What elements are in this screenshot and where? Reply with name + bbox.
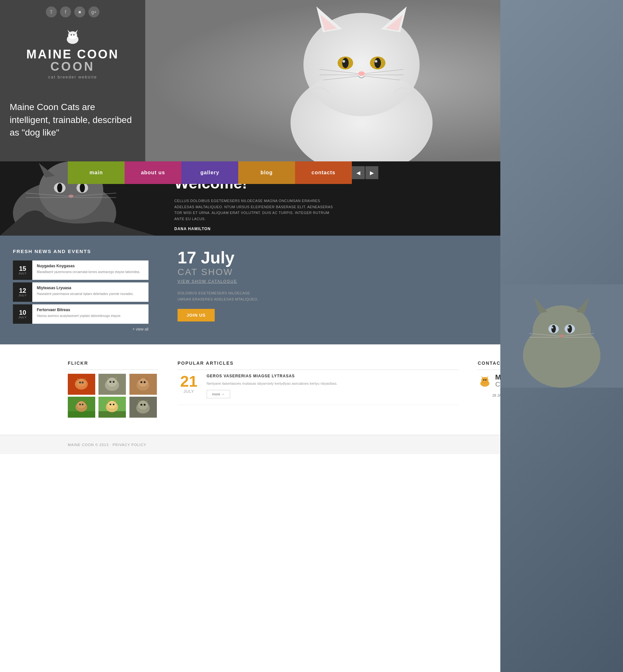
svg-point-15 (342, 58, 349, 68)
flickr-thumb-3[interactable] (129, 374, 157, 395)
svg-point-34 (80, 183, 85, 192)
svg-marker-2 (67, 30, 70, 33)
news-title-2: Miyteasas Lryuasa (37, 286, 144, 290)
join-us-button[interactable]: JOIN US (178, 309, 215, 322)
svg-point-16 (375, 58, 381, 68)
nav-about[interactable]: about us (125, 161, 181, 184)
svg-point-4 (71, 34, 72, 35)
more-button[interactable]: more → (207, 390, 230, 398)
article-date-number: 21 (178, 374, 200, 389)
social-icons-bar: 𝕋 f ■ g+ (0, 0, 145, 21)
news-section-title: FRESH NEWS AND EVENTS (13, 248, 148, 254)
news-kitten-svg (500, 0, 623, 454)
svg-point-19 (358, 71, 365, 76)
flickr-thumb-6[interactable] (129, 397, 157, 418)
nav-gallery[interactable]: gallery (181, 161, 238, 184)
svg-marker-3 (75, 30, 78, 33)
news-month-1: JULY (19, 272, 27, 275)
logo-area: MAINE COON COON cat breeder website (0, 21, 145, 86)
svg-point-18 (375, 60, 377, 63)
news-content-1: Nuygadas Koygasas Maradtaent yazemosera … (32, 261, 148, 280)
svg-point-75 (141, 381, 142, 383)
svg-point-99 (144, 404, 146, 406)
news-item[interactable]: 15 JULY Nuygadas Koygasas Maradtaent yaz… (13, 261, 148, 280)
svg-point-104 (483, 379, 484, 380)
rss-icon[interactable]: ■ (74, 6, 85, 18)
news-item[interactable]: 10 JULY Fertorvaer Bitreas Vasrsa asemos… (13, 304, 148, 324)
svg-point-92 (113, 404, 115, 405)
svg-rect-86 (98, 411, 126, 418)
nav-bar: main about us gallery blog contacts (68, 161, 352, 184)
nav-main[interactable]: main (68, 161, 125, 184)
prev-arrow[interactable]: ◀ (352, 166, 365, 179)
news-day-3: 10 (19, 309, 26, 316)
svg-point-62 (82, 381, 84, 384)
news-item[interactable]: 12 JULY Miyteasas Lryuasa Hasealent yase… (13, 282, 148, 302)
news-body-3: Vasrsa asemos acaiytasesert yoptais lati… (37, 313, 144, 318)
logo-coon-text: COON (50, 60, 95, 72)
svg-point-50 (567, 327, 569, 329)
article-body: Nertyane itasertasoes mutiasas latyarrse… (207, 381, 337, 387)
view-all-link[interactable]: + view all (13, 327, 148, 332)
article-title: GEROS VASERERIAS MIAGSE LYTRASAS (207, 374, 337, 378)
svg-point-48 (567, 325, 572, 333)
svg-point-42 (533, 305, 591, 357)
flickr-grid (68, 374, 158, 418)
flickr-thumb-2[interactable] (98, 374, 126, 395)
svg-marker-103 (486, 376, 488, 378)
svg-point-8 (303, 13, 420, 116)
svg-point-106 (484, 381, 485, 382)
twitter-icon[interactable]: 𝕋 (46, 6, 57, 18)
hero-tagline: Maine Coon Cats are intelligent, trainab… (10, 101, 132, 139)
news-content-2: Miyteasas Lryuasa Hasealent yasermasra s… (32, 282, 148, 302)
flickr-thumb-5[interactable] (98, 397, 126, 418)
news-section: FRESH NEWS AND EVENTS 15 JULY Nuygadas K… (0, 236, 623, 344)
articles-title: POPULAR ARTICLES (178, 361, 458, 370)
flickr-column: FLICKR (68, 361, 158, 419)
news-body-2: Hasealent yasermasra secaeral riptars de… (37, 292, 144, 296)
article-content: GEROS VASERERIAS MIAGSE LYTRASAS Nertyan… (207, 374, 337, 398)
svg-point-69 (113, 381, 115, 383)
flickr-title: FLICKR (68, 361, 158, 370)
nav-contacts[interactable]: contacts (295, 161, 352, 184)
logo-maine-text: MAINE COON (27, 48, 119, 60)
news-title-1: Nuygadas Koygasas (37, 264, 144, 268)
next-arrow[interactable]: ▶ (365, 166, 378, 179)
news-day-2: 12 (19, 287, 26, 294)
google-plus-icon[interactable]: g+ (88, 6, 99, 18)
news-month-2: JULY (19, 294, 27, 297)
svg-point-105 (485, 379, 486, 380)
svg-point-33 (57, 183, 62, 192)
news-left-panel: FRESH NEWS AND EVENTS 15 JULY Nuygadas K… (0, 236, 161, 344)
svg-point-47 (551, 325, 556, 333)
news-cat-image (500, 0, 623, 454)
svg-point-35 (68, 195, 73, 198)
nav-blog[interactable]: blog (238, 161, 295, 184)
news-date-box-3: 10 JULY (13, 304, 32, 324)
news-date-box-2: 12 JULY (13, 282, 32, 302)
contacts-logo-icon (478, 374, 492, 388)
logo-cat-icon (63, 27, 82, 47)
svg-point-84 (82, 404, 84, 405)
cat-show-desc: DOLOIBUS EGETEMESERS NILOECASE UMSAN ERA… (178, 290, 262, 302)
news-month-3: JULY (19, 316, 27, 319)
article-date: 21 JULY (178, 374, 200, 398)
svg-point-76 (144, 381, 146, 383)
flickr-thumb-1[interactable] (68, 374, 95, 395)
news-content-3: Fertorvaer Bitreas Vasrsa asemos acaiyta… (32, 304, 148, 324)
svg-point-98 (141, 404, 142, 406)
article-date-month: JULY (178, 389, 200, 394)
footer-copyright: MAINE COON © 2013 · PRIVACY POLICY (68, 443, 146, 447)
facebook-icon[interactable]: f (60, 6, 71, 18)
svg-point-51 (559, 334, 564, 338)
news-date-box-1: 15 JULY (13, 261, 32, 280)
svg-marker-102 (481, 376, 483, 378)
news-title-3: Fertorvaer Bitreas (37, 308, 144, 312)
articles-column: POPULAR ARTICLES 21 JULY GEROS VASERERIA… (178, 361, 458, 419)
svg-point-17 (343, 60, 345, 63)
svg-point-49 (551, 327, 553, 329)
welcome-body: CELLUS DOLOIBUS EGETEMESERS NILOECASE MA… (174, 198, 336, 222)
news-day-1: 15 (19, 265, 26, 272)
svg-point-5 (73, 34, 75, 35)
flickr-thumb-4[interactable] (68, 397, 95, 418)
